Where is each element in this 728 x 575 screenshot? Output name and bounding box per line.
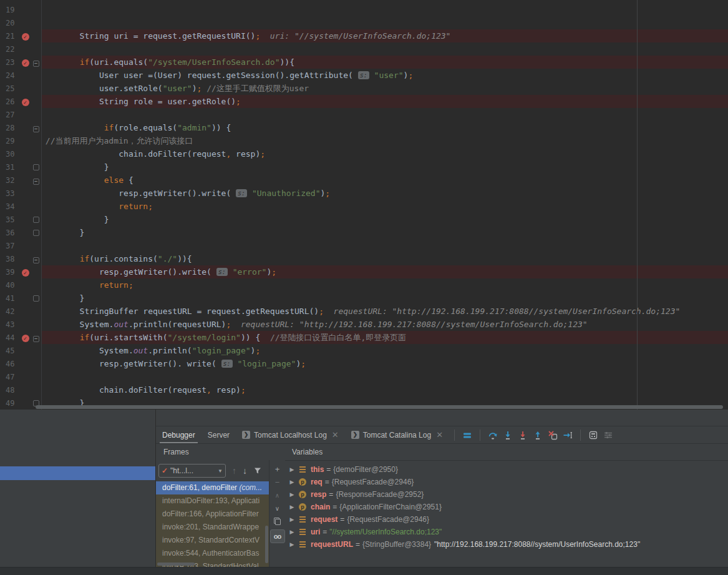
fold-end-icon[interactable]	[33, 295, 39, 302]
fold-gutter[interactable]	[31, 160, 41, 174]
line-number[interactable]: 44	[0, 332, 19, 345]
breakpoint-gutter[interactable]: ✓	[19, 331, 31, 344]
frame-row[interactable]: invoke:544, AuthenticatorBas	[156, 547, 269, 560]
line-number[interactable]: 38	[0, 253, 19, 266]
remove-watch-icon[interactable]: −	[273, 477, 283, 487]
fold-collapse-icon[interactable]: −	[33, 126, 39, 132]
code-editor[interactable]: 192021✓ String uri = request.getRequestU…	[0, 0, 728, 410]
expand-arrow-icon[interactable]: ▶	[287, 526, 297, 538]
line-number[interactable]: 47	[0, 371, 19, 384]
frames-vertical-scrollbar[interactable]	[265, 526, 268, 563]
tab-server[interactable]: Server	[201, 426, 236, 443]
line-number[interactable]: 42	[0, 305, 19, 318]
editor-horizontal-scrollbar[interactable]	[36, 405, 723, 409]
variable-row[interactable]: ▶preq={RequestFacade@2946}	[284, 476, 728, 488]
fold-end-icon[interactable]	[33, 230, 39, 236]
fold-end-icon[interactable]	[33, 217, 39, 223]
line-number[interactable]: 32	[0, 174, 19, 187]
filter-frames-icon[interactable]	[253, 466, 262, 475]
fold-gutter[interactable]: −	[31, 121, 41, 134]
show-watches-glasses-icon[interactable]: oo	[270, 529, 285, 543]
add-watch-icon[interactable]: +	[273, 464, 283, 474]
breakpoint-icon[interactable]: ✓	[22, 269, 29, 277]
force-step-into-icon[interactable]	[515, 428, 530, 442]
frame-up-icon[interactable]: ↑	[232, 466, 236, 476]
move-up-icon[interactable]: ∧	[273, 490, 283, 500]
variable-row[interactable]: ▶requestURL={StringBuffer@3384}"http://1…	[284, 538, 728, 551]
step-into-icon[interactable]	[500, 428, 515, 442]
expand-arrow-icon[interactable]: ▶	[287, 513, 297, 526]
line-number[interactable]: 36	[0, 227, 19, 240]
line-number[interactable]: 31	[0, 161, 19, 174]
variable-row[interactable]: ▶uri="//system/UserInfoSearch.do;123"	[284, 526, 728, 538]
line-number[interactable]: 41	[0, 292, 19, 305]
fold-collapse-icon[interactable]: −	[33, 336, 39, 342]
close-icon[interactable]: ✕	[436, 431, 443, 439]
line-number[interactable]: 48	[0, 384, 19, 397]
line-number[interactable]: 20	[0, 17, 19, 30]
breakpoint-icon[interactable]: ✓	[22, 33, 29, 41]
fold-collapse-icon[interactable]: −	[33, 179, 39, 185]
evaluate-expression-icon[interactable]	[586, 428, 601, 442]
fold-gutter[interactable]: −	[31, 56, 41, 69]
tab-tomcat-localhost-log[interactable]: ❯Tomcat Localhost Log✕	[236, 426, 345, 443]
line-number[interactable]: 37	[0, 240, 19, 253]
left-panel-selected-row[interactable]	[0, 466, 155, 480]
expand-arrow-icon[interactable]: ▶	[287, 488, 297, 501]
breakpoint-icon[interactable]: ✓	[22, 99, 29, 106]
line-number[interactable]: 45	[0, 345, 19, 358]
expand-arrow-icon[interactable]: ▶	[287, 501, 297, 513]
run-to-cursor-icon[interactable]	[560, 428, 575, 442]
breakpoint-icon[interactable]: ✓	[22, 335, 29, 342]
drop-frame-icon[interactable]	[545, 428, 560, 442]
breakpoint-icon[interactable]: ✓	[22, 59, 29, 67]
line-number[interactable]: 43	[0, 318, 19, 332]
frame-row[interactable]: doFilter:61, demoFilter (com...	[156, 481, 269, 494]
expand-arrow-icon[interactable]: ▶	[287, 463, 297, 476]
frame-row[interactable]: invoke:201, StandardWrappe	[156, 521, 269, 534]
line-number[interactable]: 35	[0, 214, 19, 227]
expand-arrow-icon[interactable]: ▶	[287, 538, 297, 551]
tab-debugger[interactable]: Debugger	[156, 426, 201, 443]
breakpoint-gutter[interactable]: ✓	[19, 95, 31, 108]
breakpoint-gutter[interactable]: ✓	[19, 29, 31, 42]
variable-row[interactable]: ▶pchain={ApplicationFilterChain@2951}	[284, 501, 728, 513]
line-number[interactable]: 19	[0, 4, 19, 17]
fold-gutter[interactable]: −	[31, 252, 41, 265]
step-over-icon[interactable]	[485, 428, 500, 442]
line-number[interactable]: 49	[0, 397, 19, 410]
line-number[interactable]: 33	[0, 187, 19, 200]
fold-gutter[interactable]: −	[31, 331, 41, 344]
step-out-icon[interactable]	[530, 428, 545, 442]
line-number[interactable]: 21	[0, 30, 19, 43]
variable-row[interactable]: ▶this={demoFilter@2950}	[284, 463, 728, 476]
tab-tomcat-catalina-log[interactable]: ❯Tomcat Catalina Log✕	[345, 426, 449, 443]
line-number[interactable]: 23	[0, 56, 19, 69]
line-number[interactable]: 34	[0, 200, 19, 214]
move-down-icon[interactable]: ∨	[273, 503, 283, 513]
frame-row[interactable]: doFilter:166, ApplicationFilter	[156, 508, 269, 521]
line-number[interactable]: 25	[0, 82, 19, 96]
variable-row[interactable]: ▶request={RequestFacade@2946}	[284, 513, 728, 526]
fold-collapse-icon[interactable]: −	[33, 257, 39, 263]
expand-arrow-icon[interactable]: ▶	[287, 476, 297, 488]
frame-row[interactable]: internalDoFilter:193, Applicati	[156, 494, 269, 508]
close-icon[interactable]: ✕	[332, 431, 339, 439]
fold-gutter[interactable]: −	[31, 174, 41, 187]
line-number[interactable]: 29	[0, 135, 19, 148]
fold-end-icon[interactable]	[33, 164, 39, 170]
line-number[interactable]: 39	[0, 266, 19, 279]
breakpoint-gutter[interactable]: ✓	[19, 56, 31, 69]
duplicate-icon[interactable]	[273, 516, 283, 526]
frame-row[interactable]: invoke:97, StandardContextV	[156, 534, 269, 547]
frame-down-icon[interactable]: ↓	[243, 466, 247, 476]
variable-row[interactable]: ▶presp={ResponseFacade@2952}	[284, 488, 728, 501]
debugger-menu-icon[interactable]	[460, 428, 475, 442]
line-number[interactable]: 24	[0, 69, 19, 82]
fold-collapse-icon[interactable]: −	[33, 61, 39, 67]
breakpoint-gutter[interactable]: ✓	[19, 265, 31, 278]
line-number[interactable]: 30	[0, 148, 19, 161]
line-number[interactable]: 46	[0, 358, 19, 371]
fold-gutter[interactable]	[31, 213, 41, 227]
fold-gutter[interactable]	[31, 292, 41, 305]
